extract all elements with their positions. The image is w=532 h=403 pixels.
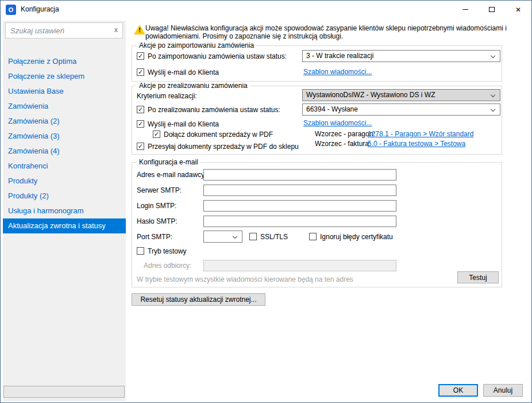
sidebar-item-kontrahenci[interactable]: Kontrahenci <box>3 159 126 174</box>
close-button[interactable]: ✕ <box>505 1 531 18</box>
import-message-template-link[interactable]: Szablon wiadomości... <box>303 68 372 76</box>
sidebar-item-zamowienia-3[interactable]: Zamówienia (3) <box>3 129 126 144</box>
checkbox-box <box>137 247 144 255</box>
ignore-cert-errors-checkbox[interactable]: Ignoruj błędy certyfikatu <box>309 232 393 241</box>
sender-email-label: Adres e-mail nadawcy: <box>137 171 206 179</box>
checkbox-box <box>137 120 144 128</box>
settings-sidebar: x Połączenie z Optima Połączenie ze skle… <box>3 21 126 401</box>
test-button[interactable]: Testuj <box>457 271 499 283</box>
checkbox-label: Ignoruj błędy certyfikatu <box>320 233 393 241</box>
cancel-button[interactable]: Anuluj <box>483 384 523 397</box>
invoice-template-link[interactable]: 5.0 - Faktura testowa > Testowa <box>368 140 465 148</box>
sidebar-item-usluga-i-harmonogram[interactable]: Usługa i harmonogram <box>3 204 126 218</box>
checkbox-box <box>137 106 144 113</box>
checkbox-label: Przesyłaj dokumenty sprzedaży w PDF do s… <box>148 143 299 151</box>
checkbox-box <box>249 233 257 240</box>
group-title: Akcje po zaimportowaniu zamówienia <box>137 41 256 49</box>
receipt-template-label: Wzorzec - paragon: <box>315 130 375 138</box>
selected-value: 3 - W trakcie realizacji <box>306 52 373 60</box>
realized-set-status-checkbox[interactable]: Po zrealizowaniu zamówienia ustaw status… <box>137 105 280 114</box>
settings-nav-list: Połączenie z Optima Połączenie ze sklepe… <box>3 54 126 233</box>
sidebar-item-produkty-2[interactable]: Produkty (2) <box>3 189 126 204</box>
chevron-down-icon <box>491 53 495 58</box>
sidebar-item-produkty[interactable]: Produkty <box>3 174 126 189</box>
selected-value: WystawionoDsIWZ - Wystawiono DS i WZ <box>306 91 435 99</box>
group-title: Akcje po zrealizowaniu zamówienia <box>137 82 250 90</box>
realized-message-template-link[interactable]: Szablon wiadomości... <box>303 119 372 127</box>
smtp-server-input[interactable] <box>203 185 396 196</box>
reset-statuses-button[interactable]: Resetuj statusy aktualizacji zwrotnej... <box>132 293 265 306</box>
warning-icon: ! <box>134 25 145 34</box>
close-icon: ✕ <box>515 6 521 13</box>
checkbox-label: Dołącz dokument sprzedaży w PDF <box>164 131 273 139</box>
import-send-email-checkbox[interactable]: Wyślij e-mail do Klienta <box>137 68 219 76</box>
sidebar-item-polaczenie-z-optima[interactable]: Połączenie z Optima <box>3 54 126 69</box>
group-actions-after-realization: Akcje po zrealizowaniu zamówienia Kryter… <box>132 86 502 155</box>
import-status-select[interactable]: 3 - W trakcie realizacji <box>302 50 500 62</box>
minimize-button[interactable] <box>452 1 479 18</box>
chevron-down-icon <box>491 93 495 97</box>
smtp-server-label: Serwer SMTP: <box>137 186 182 194</box>
ok-button[interactable]: OK <box>438 384 478 397</box>
checkbox-label: Wyślij e-mail do Klienta <box>148 68 219 76</box>
checkbox-box <box>153 131 160 138</box>
maximize-icon <box>489 7 495 12</box>
sender-email-input[interactable] <box>203 169 396 181</box>
recipient-email-input <box>203 260 396 271</box>
recipient-email-label: Adres odbiorcy: <box>144 262 191 270</box>
titlebar: O Konfiguracja ✕ <box>1 1 531 18</box>
checkbox-label: SSL/TLS <box>260 233 288 241</box>
chevron-down-icon <box>491 107 495 112</box>
maximize-button[interactable] <box>479 1 505 18</box>
realized-status-select[interactable]: 66394 - Wysłane <box>302 103 500 116</box>
checkbox-label: Wyślij e-mail do Klienta <box>148 120 219 128</box>
window-controls: ✕ <box>452 1 531 18</box>
checkbox-label: Po zrealizowaniu zamówienia ustaw status… <box>148 106 280 114</box>
app-icon: O <box>6 5 16 15</box>
smtp-password-label: Hasło SMTP: <box>137 217 178 225</box>
realized-send-email-checkbox[interactable]: Wyślij e-mail do Klienta <box>137 120 219 128</box>
checkbox-box <box>309 233 317 240</box>
minimize-icon <box>462 9 468 10</box>
realization-criterion-select[interactable]: WystawionoDsIWZ - Wystawiono DS i WZ <box>302 89 500 101</box>
smtp-login-label: Login SMTP: <box>137 202 176 210</box>
sidebar-item-zamowienia[interactable]: Zamówienia <box>3 99 126 114</box>
group-email-configuration: Konfiguracja e-mail Adres e-mail nadawcy… <box>132 162 502 287</box>
test-mode-hint: W trybie testowym wszystkie wiadomości k… <box>137 275 353 283</box>
settings-search-box: x <box>5 22 123 39</box>
window-title: Konfiguracja <box>21 1 59 18</box>
realization-criterion-label: Kryterium realizacji: <box>137 92 197 100</box>
checkbox-box <box>137 52 144 60</box>
configuration-dialog: O Konfiguracja ✕ x Połączenie z Optima P… <box>0 0 532 403</box>
smtp-port-select[interactable] <box>203 231 242 243</box>
checkbox-label: Tryb testowy <box>148 247 187 255</box>
search-input[interactable] <box>7 24 110 37</box>
test-mode-checkbox[interactable]: Tryb testowy <box>137 247 187 255</box>
search-clear-icon[interactable]: x <box>114 26 118 34</box>
ssl-tls-checkbox[interactable]: SSL/TLS <box>249 232 288 241</box>
sidebar-item-polaczenie-ze-sklepem[interactable]: Połączenie ze sklepem <box>3 69 126 84</box>
attach-pdf-checkbox[interactable]: Dołącz dokument sprzedaży w PDF <box>153 130 273 139</box>
selected-value: 66394 - Wysłane <box>306 105 358 113</box>
smtp-login-input[interactable] <box>203 200 396 212</box>
checkbox-box <box>137 68 144 76</box>
invoice-template-label: Wzorzec - faktura: <box>315 140 371 148</box>
group-actions-after-import: Akcje po zaimportowaniu zamówienia Po za… <box>132 45 502 82</box>
progress-bar <box>3 386 125 398</box>
warning-text: Uwaga! Niewłaściwa konfiguracja akcji mo… <box>145 24 525 40</box>
sidebar-item-zamowienia-2[interactable]: Zamówienia (2) <box>3 114 126 129</box>
chevron-down-icon <box>233 234 237 239</box>
import-set-status-checkbox[interactable]: Po zaimportowaniu zamówienia ustaw statu… <box>137 52 287 60</box>
group-title: Konfiguracja e-mail <box>137 158 201 166</box>
checkbox-box <box>137 143 144 150</box>
checkbox-label: Po zaimportowaniu zamówienia ustaw statu… <box>148 52 287 60</box>
receipt-template-link[interactable]: 1278.1 - Paragon > Wzór standard <box>368 130 473 138</box>
sidebar-item-aktualizacja-zwrotna-i-statusy[interactable]: Aktualizacja zwrotna i statusy <box>3 218 126 233</box>
sidebar-item-ustawienia-base[interactable]: Ustawienia Base <box>3 84 126 99</box>
sidebar-item-zamowienia-4[interactable]: Zamówienia (4) <box>3 144 126 159</box>
smtp-port-label: Port SMTP: <box>137 233 172 241</box>
smtp-password-input[interactable] <box>203 216 396 227</box>
send-pdf-to-shop-checkbox[interactable]: Przesyłaj dokumenty sprzedaży w PDF do s… <box>137 142 299 151</box>
